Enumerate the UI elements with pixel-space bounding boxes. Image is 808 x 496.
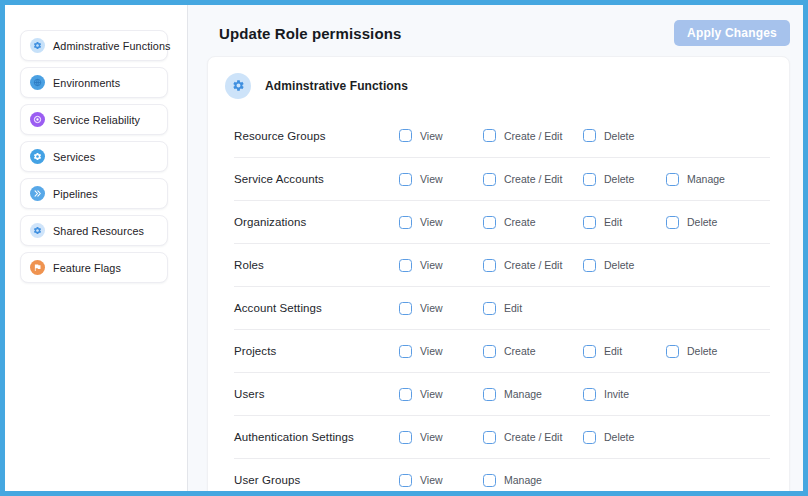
permission-row-account-settings: Account SettingsViewEdit [234,286,770,329]
main-content: Update Role permissions Apply Changes Ad… [188,5,803,491]
permission-row-authentication-settings: Authentication SettingsViewCreate / Edit… [234,415,770,458]
pipeline-icon [30,186,45,201]
reliability-icon [30,112,45,127]
sidebar-item-shared-resources[interactable]: Shared Resources [20,215,168,246]
checkbox-users-view[interactable] [399,388,412,401]
permission-row-service-accounts: Service AccountsViewCreate / EditDeleteM… [234,157,770,200]
checkbox-label: Create / Edit [504,173,562,185]
permission-option-delete: Delete [583,259,666,272]
checkbox-label: Delete [604,173,634,185]
permission-option-view: View [399,216,483,229]
checkbox-projects-view[interactable] [399,345,412,358]
checkbox-service-accounts-manage[interactable] [666,173,679,186]
permission-rows: Resource GroupsViewCreate / EditDeleteSe… [234,114,770,491]
checkbox-account-settings-edit[interactable] [483,302,496,315]
permission-option-invite: Invite [583,388,666,401]
permission-option-create-edit: Create / Edit [483,431,583,444]
checkbox-label: Delete [604,431,634,443]
checkbox-resource-groups-create-edit[interactable] [483,129,496,142]
checkbox-roles-delete[interactable] [583,259,596,272]
sidebar-item-service-reliability[interactable]: Service Reliability [20,104,168,135]
sidebar-item-pipelines[interactable]: Pipelines [20,178,168,209]
sidebar-item-adminstrative-functions[interactable]: Adminstrative Functions [20,30,168,61]
row-label: Organizations [234,216,399,228]
shared-resources-icon [30,223,45,238]
checkbox-users-manage[interactable] [483,388,496,401]
row-label: Roles [234,259,399,271]
checkbox-label: View [420,216,443,228]
checkbox-users-invite[interactable] [583,388,596,401]
checkbox-authentication-settings-view[interactable] [399,431,412,444]
checkbox-label: Create [504,345,536,357]
row-label: Account Settings [234,302,399,314]
sidebar-item-label: Service Reliability [53,114,140,126]
checkbox-authentication-settings-delete[interactable] [583,431,596,444]
permission-option-view: View [399,173,483,186]
sidebar-item-environments[interactable]: Environments [20,67,168,98]
permission-row-resource-groups: Resource GroupsViewCreate / EditDelete [234,114,770,157]
checkbox-label: View [420,259,443,271]
checkbox-label: View [420,173,443,185]
services-gear-icon [30,149,45,164]
permission-option-create: Create [483,345,583,358]
sidebar-item-feature-flags[interactable]: Feature Flags [20,252,168,283]
permission-row-projects: ProjectsViewCreateEditDelete [234,329,770,372]
checkbox-label: View [420,345,443,357]
gear-icon [225,73,251,99]
gear-icon [30,38,45,53]
checkbox-projects-edit[interactable] [583,345,596,358]
checkbox-user-groups-manage[interactable] [483,474,496,487]
permission-option-delete: Delete [583,173,666,186]
checkbox-label: Create / Edit [504,259,562,271]
checkbox-account-settings-view[interactable] [399,302,412,315]
main-header: Update Role permissions Apply Changes [219,20,790,46]
permission-row-organizations: OrganizationsViewCreateEditDelete [234,200,770,243]
permission-option-manage: Manage [666,173,770,186]
checkbox-authentication-settings-create-edit[interactable] [483,431,496,444]
checkbox-resource-groups-delete[interactable] [583,129,596,142]
checkbox-label: Create / Edit [504,431,562,443]
checkbox-service-accounts-delete[interactable] [583,173,596,186]
checkbox-roles-view[interactable] [399,259,412,272]
checkbox-label: Manage [687,173,725,185]
sidebar: Adminstrative FunctionsEnvironmentsServi… [5,5,188,491]
panel-header: Adminstrative Functions [225,57,770,114]
permission-option-view: View [399,345,483,358]
checkbox-organizations-create[interactable] [483,216,496,229]
sidebar-item-label: Shared Resources [53,225,144,237]
checkbox-service-accounts-create-edit[interactable] [483,173,496,186]
sidebar-items: Adminstrative FunctionsEnvironmentsServi… [20,30,172,283]
permission-option-create-edit: Create / Edit [483,173,583,186]
checkbox-label: Create / Edit [504,130,562,142]
checkbox-projects-delete[interactable] [666,345,679,358]
checkbox-organizations-delete[interactable] [666,216,679,229]
checkbox-user-groups-view[interactable] [399,474,412,487]
checkbox-label: View [420,431,443,443]
checkbox-resource-groups-view[interactable] [399,129,412,142]
sidebar-item-label: Pipelines [53,188,98,200]
checkbox-projects-create[interactable] [483,345,496,358]
sidebar-item-label: Services [53,151,95,163]
checkbox-label: View [420,302,443,314]
row-label: User Groups [234,474,399,486]
permission-option-delete: Delete [583,129,666,142]
checkbox-label: Delete [687,345,717,357]
checkbox-organizations-edit[interactable] [583,216,596,229]
page-frame: Adminstrative FunctionsEnvironmentsServi… [0,0,808,496]
checkbox-roles-create-edit[interactable] [483,259,496,272]
row-label: Authentication Settings [234,431,399,443]
globe-icon [30,75,45,90]
permission-option-view: View [399,259,483,272]
sidebar-item-services[interactable]: Services [20,141,168,172]
checkbox-label: Manage [504,388,542,400]
checkbox-label: Invite [604,388,629,400]
checkbox-label: Create [504,216,536,228]
permission-option-delete: Delete [583,431,666,444]
row-label: Resource Groups [234,130,399,142]
row-label: Service Accounts [234,173,399,185]
checkbox-service-accounts-view[interactable] [399,173,412,186]
permission-option-edit: Edit [483,302,583,315]
checkbox-organizations-view[interactable] [399,216,412,229]
permission-option-edit: Edit [583,216,666,229]
apply-changes-button[interactable]: Apply Changes [674,20,790,46]
